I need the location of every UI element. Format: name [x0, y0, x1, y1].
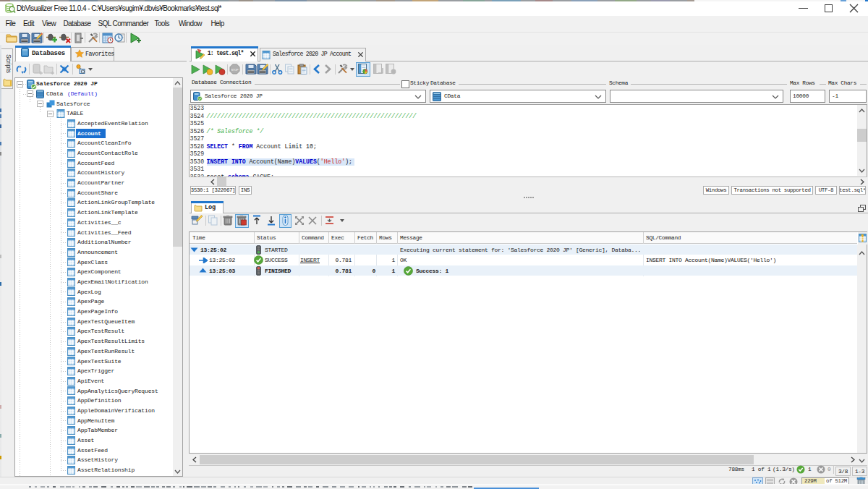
svg-text:STOP: STOP: [231, 68, 239, 72]
